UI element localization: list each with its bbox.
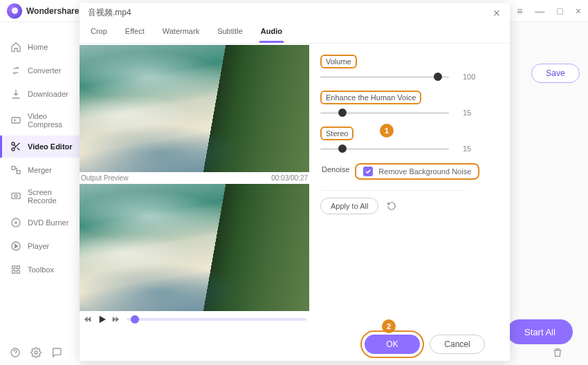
annotation-step-2: 2 <box>382 319 396 333</box>
sidebar-item-toolbox[interactable]: Toolbox <box>0 259 80 281</box>
remove-noise-option[interactable]: Remove Background Noise <box>355 163 479 180</box>
grid-icon <box>10 264 21 275</box>
help-icon[interactable] <box>10 347 21 358</box>
sidebar-item-label: DVD Burner <box>28 218 68 227</box>
audio-editor-dialog: 音视频.mp4 Crop Effect Watermark Subtitle A… <box>80 3 510 361</box>
recorder-icon <box>10 191 21 202</box>
remove-noise-label: Remove Background Noise <box>378 167 471 176</box>
sidebar-item-recorder[interactable]: Screen Recorde <box>0 182 80 210</box>
trash-icon[interactable] <box>552 347 563 358</box>
stereo-label: Stereo <box>320 127 353 140</box>
close-icon[interactable]: × <box>576 6 581 17</box>
svg-point-1 <box>12 142 15 145</box>
stereo-slider[interactable] <box>320 148 449 150</box>
apply-to-all-button[interactable]: Apply to All <box>320 198 378 214</box>
maximize-icon[interactable]: □ <box>557 6 562 17</box>
merger-icon <box>10 165 21 176</box>
play-icon <box>10 241 21 252</box>
enhance-voice-value: 15 <box>463 109 484 117</box>
output-preview-label: Output Preview <box>81 174 128 182</box>
editor-tabs: Crop Effect Watermark Subtitle Audio <box>80 21 510 44</box>
prev-frame-icon[interactable] <box>82 315 92 324</box>
disc-icon <box>10 217 21 228</box>
sidebar: Home Converter Downloader Video Compress… <box>0 22 80 365</box>
sidebar-item-merger[interactable]: Merger <box>0 159 80 181</box>
enhance-voice-label: Enhance the Human Voice <box>320 91 421 104</box>
ok-button[interactable]: OK <box>365 335 420 354</box>
compress-icon <box>10 115 21 126</box>
reset-icon[interactable] <box>387 201 396 211</box>
sidebar-item-label: Screen Recorde <box>28 188 74 205</box>
play-button-icon[interactable] <box>96 314 107 325</box>
svg-point-7 <box>12 218 20 227</box>
sidebar-item-label: Downloader <box>28 90 68 98</box>
tab-crop[interactable]: Crop <box>89 24 109 43</box>
svg-rect-3 <box>12 167 15 170</box>
brand-name: Wondershare <box>26 6 79 16</box>
dialog-footer: 2 OK Cancel <box>80 329 510 361</box>
svg-rect-4 <box>17 171 20 174</box>
sidebar-item-converter[interactable]: Converter <box>0 59 80 82</box>
download-icon <box>10 88 21 100</box>
annotation-step-1: 1 <box>380 124 394 138</box>
feedback-icon[interactable] <box>51 347 62 358</box>
tab-audio[interactable]: Audio <box>259 24 284 43</box>
denoise-label: Denoise <box>320 162 351 176</box>
playback-bar <box>80 311 309 328</box>
menu-icon[interactable]: ≡ <box>517 6 522 17</box>
sidebar-item-editor[interactable]: Video Editor <box>0 135 80 158</box>
sidebar-item-home[interactable]: Home <box>0 36 80 58</box>
converter-icon <box>10 65 21 76</box>
output-preview <box>80 184 309 311</box>
logo-icon <box>7 3 22 19</box>
playback-time: 00:03/00:27 <box>271 174 308 182</box>
tab-subtitle[interactable]: Subtitle <box>216 24 244 43</box>
app-logo: Wondershare <box>7 3 79 19</box>
svg-point-6 <box>15 194 17 197</box>
divider <box>320 190 466 191</box>
stereo-value: 15 <box>463 144 484 153</box>
dialog-close-icon[interactable] <box>492 8 502 18</box>
svg-rect-10 <box>12 266 15 269</box>
remove-noise-checkbox[interactable] <box>363 167 373 176</box>
sidebar-item-dvd[interactable]: DVD Burner <box>0 212 80 234</box>
volume-slider[interactable] <box>320 76 449 78</box>
sidebar-item-label: Player <box>28 242 49 250</box>
cancel-button[interactable]: Cancel <box>430 335 485 354</box>
tab-effect[interactable]: Effect <box>124 24 146 43</box>
scissors-icon <box>10 141 21 152</box>
volume-value: 100 <box>463 73 484 81</box>
source-preview <box>80 45 309 172</box>
sidebar-item-label: Merger <box>28 166 52 174</box>
app-footer <box>0 340 62 365</box>
progress-track[interactable] <box>127 318 306 321</box>
minimize-icon[interactable]: — <box>535 6 544 17</box>
audio-controls: Volume 100 Enhance the Human Voice 15 St… <box>319 45 500 329</box>
progress-thumb[interactable] <box>131 315 139 324</box>
next-frame-icon[interactable] <box>111 315 121 324</box>
sidebar-item-label: Video Editor <box>28 142 73 151</box>
svg-point-8 <box>15 222 17 224</box>
preview-column: Output Preview 00:03/00:27 <box>80 45 309 329</box>
sidebar-item-player[interactable]: Player <box>0 235 80 257</box>
svg-rect-12 <box>12 270 15 273</box>
volume-slider-thumb[interactable] <box>434 73 442 81</box>
tab-watermark[interactable]: Watermark <box>161 24 201 43</box>
volume-label: Volume <box>320 55 357 68</box>
svg-rect-5 <box>12 193 20 198</box>
save-button[interactable]: Save <box>531 64 580 83</box>
sidebar-item-label: Toolbox <box>28 265 54 274</box>
sidebar-item-label: Home <box>28 43 48 51</box>
svg-rect-13 <box>17 270 19 273</box>
start-all-button[interactable]: Start All <box>507 319 573 344</box>
sidebar-item-label: Video Compress <box>28 112 74 129</box>
enhance-voice-slider-thumb[interactable] <box>338 109 347 117</box>
stereo-slider-thumb[interactable] <box>338 144 347 153</box>
home-icon <box>10 41 21 53</box>
settings-icon[interactable] <box>30 347 42 358</box>
sidebar-item-label: Converter <box>28 66 61 75</box>
sidebar-item-compress[interactable]: Video Compress <box>0 106 80 134</box>
sidebar-item-downloader[interactable]: Downloader <box>0 83 80 105</box>
enhance-voice-slider[interactable] <box>320 112 449 114</box>
svg-point-2 <box>12 148 15 151</box>
